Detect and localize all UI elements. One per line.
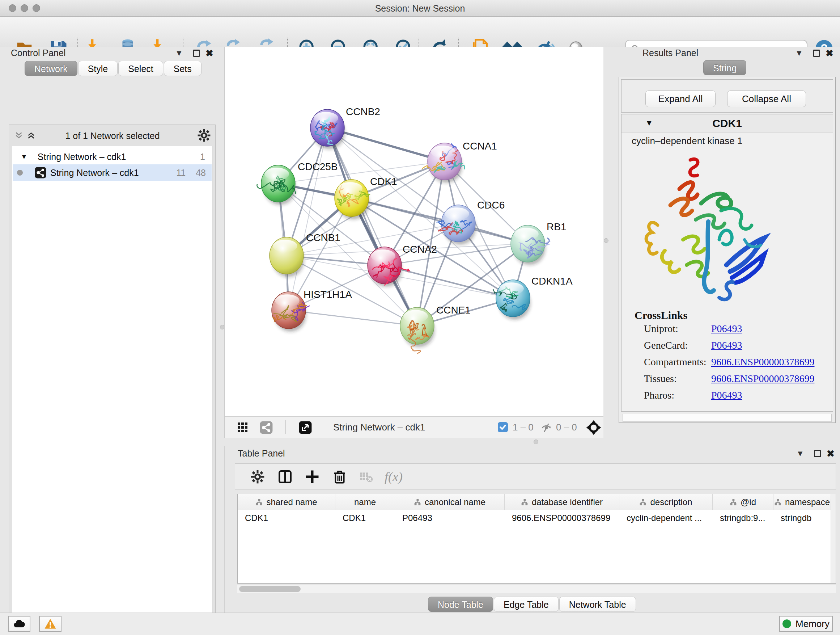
collection-label: String Network – cdk1 [38,152,126,162]
results-panel-title: Results Panel [643,48,698,58]
column-tree-icon [256,499,263,506]
network-list: ▼ String Network – cdk1 1 String Network… [12,146,212,635]
node-HIST1H1A[interactable]: HIST1H1A [272,289,352,332]
delete-column-icon[interactable] [329,466,351,488]
edge-HIST1H1A-CCNE1[interactable] [289,310,417,326]
protein-section-header[interactable]: ▼ CDK1 [622,114,833,133]
node-label-CDC6: CDC6 [477,200,505,211]
edge-CCNB2-CCNA1[interactable] [327,128,445,162]
detach-view-icon[interactable] [298,421,312,436]
memory-label: Memory [796,618,829,630]
table-cell[interactable]: cyclin-dependent ... [619,510,713,526]
crosslink-link[interactable]: 9606.ENSP00000378699 [711,373,814,385]
warning-icon [44,618,57,629]
tab-sets[interactable]: Sets [164,61,202,76]
protein-section: ▼ CDK1 cyclin–dependent kinase 1 [621,114,833,412]
control-panel: Control Panel ▼ ✖ NetworkStyleSelectSets… [0,47,220,613]
scrollbar-thumb[interactable] [239,586,301,592]
tab-style[interactable]: Style [78,61,118,76]
tree-expand-icon[interactable]: ▼ [21,153,27,161]
selected-checkbox-icon[interactable] [497,422,508,434]
network-view-canvas[interactable]: CCNB2CCNA1CDC25BCDK1CDC6RB1CCNB1CCNA2CDK… [224,47,603,416]
tab-network-table[interactable]: Network Table [559,597,636,612]
crosslink-link[interactable]: 9606.ENSP00000378699 [711,356,814,368]
panel-menu-caret-icon[interactable]: ▼ [793,48,805,59]
string-results-container: Expand All Collapse All ▼ CDK1 cyclin–de… [619,77,836,423]
function-builder-icon: f(x) [383,466,404,488]
main-toolbar: ? [0,17,840,47]
panel-close-icon[interactable]: ✖ [823,48,836,59]
add-column-icon[interactable] [302,466,323,488]
column-header-namespace[interactable]: namespace [774,494,831,510]
panel-float-icon[interactable] [190,48,202,59]
next-section-sliver [622,414,832,422]
node-count: 11 [176,168,186,178]
gear-icon[interactable] [197,128,211,144]
panel-close-icon[interactable]: ✖ [824,448,837,459]
protein-name: CDK1 [622,117,833,130]
cloud-button[interactable] [8,616,30,632]
memory-button[interactable]: Memory [779,616,833,632]
panel-menu-caret-icon[interactable]: ▼ [173,48,185,59]
column-header-shared-name[interactable]: shared name [238,494,335,510]
crosslink-link[interactable]: P06493 [711,340,742,351]
crosslink-link[interactable]: P06493 [711,390,742,401]
network-collection-row[interactable]: ▼ String Network – cdk1 1 [13,149,212,165]
collapse-all-button[interactable]: Collapse All [727,90,806,107]
warnings-button[interactable] [39,616,62,632]
grid-view-icon[interactable] [237,422,248,435]
string-network-icon [34,166,47,179]
table-cell[interactable]: stringdb [774,510,831,526]
table-toolbar: f(x) [235,463,836,489]
cytoscape-window: Session: New Session [0,0,840,635]
network-tab-content: 1 of 1 Network selected ▼ String Network… [9,125,216,635]
node-CDKN1A[interactable]: CDKN1A [493,276,573,320]
panel-float-icon[interactable] [810,48,823,59]
crosslink-link[interactable]: P06493 [711,323,742,334]
tab-edge-table[interactable]: Edge Table [494,597,559,612]
table-cell[interactable]: 9606.ENSP00000378699 [505,510,619,526]
node-label-CDK1: CDK1 [370,176,397,187]
panel-close-icon[interactable]: ✖ [203,48,216,59]
table-cell[interactable]: CDK1 [238,510,335,526]
expand-all-button[interactable]: Expand All [645,90,715,107]
table-cell[interactable]: P06493 [395,510,505,526]
panel-float-icon[interactable] [812,448,824,459]
network-view-toolbar: String Network – cdk1 1 – 0 0 – 0 [224,416,603,438]
vertical-splitter-left[interactable] [220,47,224,613]
network-share-icon[interactable] [259,421,273,436]
node-label-CCNB2: CCNB2 [346,106,380,117]
crosslink-label: Pharos: [644,390,674,401]
column-tree-icon [774,499,782,506]
tab-string[interactable]: String [703,60,746,75]
table-header-row: shared namenamecanonical namedatabase id… [238,494,831,510]
crosslink-label: GeneCard: [644,340,688,351]
table-gear-icon[interactable] [247,466,268,488]
node-CDK1[interactable]: CDK1 [335,176,397,219]
column-header-database-identifier[interactable]: database identifier [505,494,619,510]
column-header-description[interactable]: description [619,494,713,510]
node-CCNB2[interactable]: CCNB2 [310,106,380,149]
vertical-splitter-right[interactable] [603,47,608,438]
table-cell[interactable]: CDK1 [335,510,395,526]
panel-menu-caret-icon[interactable]: ▼ [794,448,806,459]
network-label: String Network – cdk1 [50,168,139,178]
table-horizontal-scrollbar[interactable] [237,585,836,593]
birdseye-view-icon[interactable] [586,420,602,437]
select-columns-icon[interactable] [274,466,296,488]
tab-select[interactable]: Select [118,61,163,76]
edge-CCNB2-HIST1H1A[interactable] [289,128,327,310]
column-header-canonical-name[interactable]: canonical name [395,494,505,510]
edge-CCNA2-CDKN1A[interactable] [385,265,513,298]
column-header--id[interactable]: @id [713,494,774,510]
crosslinks-title: CrossLinks [635,309,687,321]
network-view-title: String Network – cdk1 [333,422,425,433]
network-row-selected[interactable]: String Network – cdk1 11 48 [13,165,212,181]
node-RB1[interactable]: RB1 [511,221,566,265]
table-cell[interactable]: stringdb:9... [713,510,774,526]
tab-node-table[interactable]: Node Table [428,597,493,612]
table-vertical-scrollbar[interactable] [831,494,836,583]
column-header-name[interactable]: name [335,494,395,510]
cloud-icon [12,619,26,629]
tab-network[interactable]: Network [25,61,77,76]
